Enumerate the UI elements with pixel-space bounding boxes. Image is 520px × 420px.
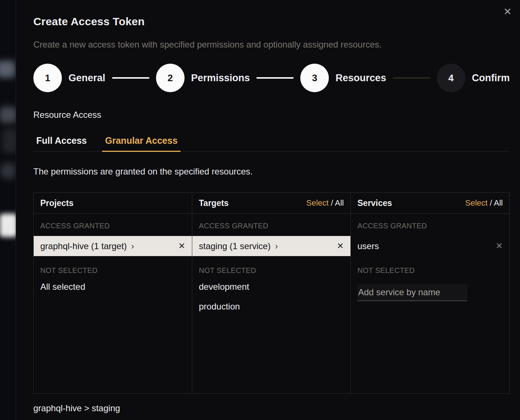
wizard-stepper: 1 General 2 Permissions 3 Resources 4 Co… bbox=[33, 64, 510, 92]
targets-all-link[interactable]: All bbox=[335, 198, 344, 207]
step-connector bbox=[256, 77, 294, 79]
chevron-right-icon: › bbox=[275, 242, 278, 251]
services-column: Services Select / All ACCESS GRANTED use… bbox=[351, 193, 509, 393]
granted-service-row[interactable]: users ✕ bbox=[351, 236, 509, 256]
step-circle-confirm[interactable]: 4 bbox=[437, 64, 465, 92]
targets-header-label: Targets bbox=[199, 198, 229, 208]
targets-select-link[interactable]: Select bbox=[306, 198, 328, 207]
services-not-selected-label: NOT SELECTED bbox=[351, 256, 509, 275]
close-icon[interactable]: ✕ bbox=[501, 5, 514, 18]
step-label-resources: Resources bbox=[335, 72, 386, 84]
access-mode-tabs: Full Access Granular Access bbox=[33, 135, 510, 151]
services-access-granted-label: ACCESS GRANTED bbox=[351, 214, 509, 230]
granted-target-row[interactable]: staging (1 service) › ✕ bbox=[192, 236, 350, 256]
step-circle-permissions[interactable]: 2 bbox=[156, 64, 185, 92]
step-connector bbox=[112, 77, 149, 79]
granted-project-label: graphql-hive (1 target) bbox=[40, 241, 127, 251]
create-access-token-modal: ✕ Create Access Token Create a new acces… bbox=[16, 0, 520, 420]
page-title: Create Access Token bbox=[33, 15, 510, 28]
granted-project-row[interactable]: graphql-hive (1 target) › ✕ bbox=[34, 236, 192, 256]
projects-not-selected-label: NOT SELECTED bbox=[34, 256, 192, 275]
targets-access-granted-label: ACCESS GRANTED bbox=[192, 214, 350, 230]
step-label-permissions: Permissions bbox=[191, 72, 250, 84]
projects-header-label: Projects bbox=[40, 198, 74, 208]
background-blur-shape bbox=[2, 129, 16, 153]
tab-granular-access[interactable]: Granular Access bbox=[102, 135, 181, 152]
background-blur-shape bbox=[0, 107, 16, 123]
granted-service-label: users bbox=[357, 241, 379, 251]
target-option-production[interactable]: production bbox=[192, 297, 350, 316]
services-select-link[interactable]: Select bbox=[465, 198, 487, 207]
remove-project-icon[interactable]: ✕ bbox=[178, 241, 185, 251]
targets-select-separator: / bbox=[328, 198, 335, 207]
projects-column-header: Projects bbox=[34, 193, 192, 214]
tab-full-access[interactable]: Full Access bbox=[33, 135, 90, 152]
services-select-all: Select / All bbox=[465, 198, 503, 208]
resource-selection-table: Projects ACCESS GRANTED graphql-hive (1 … bbox=[33, 192, 510, 394]
background-blur-shape bbox=[0, 61, 15, 78]
breadcrumb: graphql-hive > staging bbox=[33, 403, 510, 413]
services-all-link[interactable]: All bbox=[494, 198, 503, 207]
target-option-development[interactable]: development bbox=[192, 277, 350, 297]
services-header-label: Services bbox=[357, 198, 392, 208]
projects-access-granted-label: ACCESS GRANTED bbox=[34, 214, 192, 230]
step-connector bbox=[393, 77, 430, 79]
services-select-separator: / bbox=[487, 198, 494, 207]
granted-target-label: staging (1 service) bbox=[199, 241, 271, 251]
step-circle-resources[interactable]: 3 bbox=[300, 64, 329, 92]
background-blur-shape bbox=[1, 163, 15, 179]
targets-column-header: Targets Select / All bbox=[192, 193, 350, 214]
projects-all-selected-note: All selected bbox=[34, 277, 192, 297]
targets-column: Targets Select / All ACCESS GRANTED stag… bbox=[192, 193, 351, 393]
add-service-input[interactable] bbox=[357, 284, 467, 301]
targets-select-all: Select / All bbox=[306, 198, 344, 208]
chevron-right-icon: › bbox=[131, 242, 134, 251]
background-page bbox=[0, 0, 16, 420]
step-circle-general[interactable]: 1 bbox=[33, 64, 62, 92]
remove-service-icon[interactable]: ✕ bbox=[496, 241, 503, 251]
step-label-general: General bbox=[68, 72, 105, 84]
granular-access-description: The permissions are granted on the speci… bbox=[33, 166, 510, 177]
projects-column: Projects ACCESS GRANTED graphql-hive (1 … bbox=[34, 193, 192, 393]
modal-subtitle: Create a new access token with specified… bbox=[33, 40, 510, 50]
services-column-header: Services Select / All bbox=[351, 193, 509, 214]
resource-access-heading: Resource Access bbox=[33, 110, 510, 120]
targets-not-selected-label: NOT SELECTED bbox=[192, 256, 350, 275]
background-blur-shape bbox=[0, 214, 16, 237]
remove-target-icon[interactable]: ✕ bbox=[337, 241, 344, 251]
step-label-confirm: Confirm bbox=[472, 72, 510, 84]
